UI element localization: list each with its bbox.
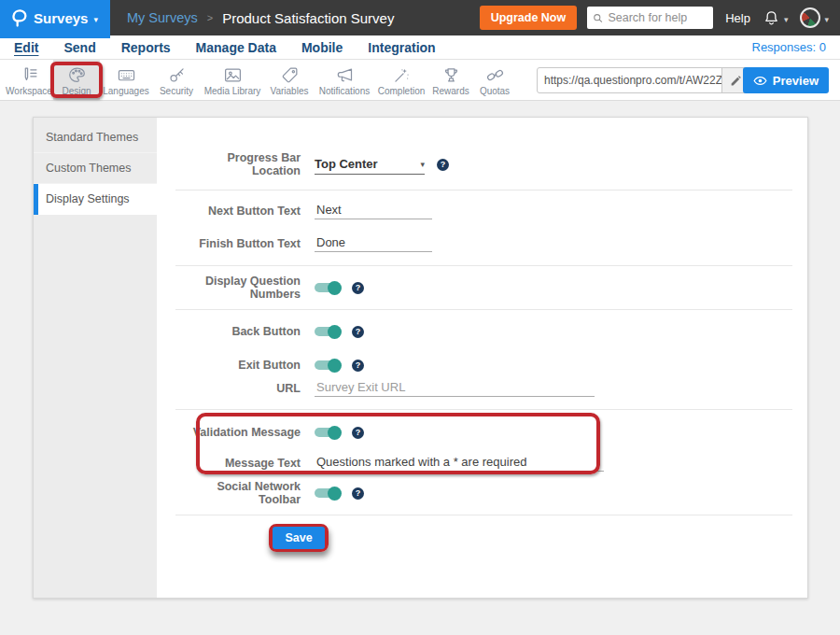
- toolbar-item-security[interactable]: Security: [152, 60, 201, 100]
- field-social-network-toolbar: Social Network Toolbar: [175, 481, 792, 505]
- breadcrumb: My Surveys > Product Satisfaction Survey: [127, 10, 394, 26]
- keyboard-icon: [117, 65, 136, 85]
- toolbar-item-label: Security: [160, 86, 193, 96]
- toolbar-item-notifications[interactable]: Notifications: [315, 60, 374, 100]
- tab-reports[interactable]: Reports: [121, 40, 171, 55]
- help-icon[interactable]: [352, 487, 364, 500]
- pencil-icon: [730, 75, 742, 87]
- image-icon: [223, 65, 243, 85]
- search-icon: [593, 12, 603, 24]
- help-search[interactable]: [587, 7, 713, 29]
- section-divider: [175, 309, 792, 310]
- field-label: URL: [175, 382, 301, 395]
- chevron-down-icon: [93, 9, 98, 26]
- breadcrumb-parent-link[interactable]: My Surveys: [127, 10, 198, 25]
- design-sidebar: Standard Themes Custom Themes Display Se…: [34, 118, 157, 598]
- field-exit-button: Exit Button: [175, 353, 792, 377]
- toolbar-item-rewards[interactable]: Rewards: [428, 60, 473, 100]
- finish-button-text-input[interactable]: Done: [315, 235, 432, 252]
- upgrade-now-button[interactable]: Upgrade Now: [480, 6, 578, 30]
- validation-message-toggle[interactable]: [315, 428, 340, 437]
- notifications-menu[interactable]: [763, 9, 789, 27]
- help-icon[interactable]: [352, 360, 364, 372]
- next-button-text-input[interactable]: Next: [315, 203, 432, 219]
- main-area: Standard Themes Custom Themes Display Se…: [0, 117, 840, 635]
- tab-send[interactable]: Send: [63, 40, 95, 55]
- toolbar-item-label: Quotas: [480, 86, 510, 96]
- toolbar-item-media-library[interactable]: Media Library: [201, 60, 264, 100]
- toolbar-item-label: Notifications: [319, 86, 370, 96]
- toolbar-item-design[interactable]: Design: [53, 60, 100, 100]
- palette-icon: [67, 65, 87, 85]
- workspace-icon: [20, 65, 39, 85]
- toolbar-item-languages[interactable]: Languages: [100, 60, 152, 100]
- chevron-down-icon: [824, 9, 829, 26]
- page-title: Product Satisfaction Survey: [222, 10, 394, 26]
- field-finish-button-text: Finish Button Text Done: [175, 232, 792, 256]
- survey-url-group: https://qa.questionpro.com/t/AW22Zcq2J: [537, 67, 749, 93]
- field-label: Message Text: [175, 457, 301, 470]
- help-icon[interactable]: [352, 427, 364, 439]
- survey-nav: Edit Send Reports Manage Data Mobile Int…: [0, 35, 840, 60]
- save-button[interactable]: Save: [273, 527, 324, 549]
- exit-button-toggle[interactable]: [315, 360, 340, 370]
- eye-icon: [753, 76, 767, 86]
- top-header: Surveys My Surveys > Product Satisfactio…: [0, 0, 840, 35]
- brand-menu[interactable]: Surveys: [0, 0, 110, 35]
- toolbar-item-variables[interactable]: Variables: [264, 60, 315, 100]
- brand-accent-strip: [0, 35, 110, 38]
- toolbar-item-label: Media Library: [204, 86, 261, 96]
- toolbar-item-workspace[interactable]: Workspace: [5, 60, 53, 100]
- help-icon[interactable]: [437, 159, 449, 171]
- survey-url[interactable]: https://qa.questionpro.com/t/AW22Zcq2J: [538, 68, 721, 92]
- help-icon[interactable]: [352, 282, 364, 294]
- field-label: Finish Button Text: [175, 237, 301, 250]
- display-question-numbers-toggle[interactable]: [315, 283, 340, 292]
- section-divider: [175, 409, 792, 410]
- sidebar-item-standard-themes[interactable]: Standard Themes: [34, 122, 157, 153]
- tab-manage-data[interactable]: Manage Data: [196, 40, 276, 55]
- search-input[interactable]: [608, 11, 707, 24]
- brand-label: Surveys: [34, 10, 88, 26]
- field-label: Next Button Text: [175, 205, 301, 218]
- tab-integration[interactable]: Integration: [368, 40, 435, 55]
- social-network-toolbar-toggle[interactable]: [315, 488, 340, 498]
- responses-count[interactable]: Responses: 0: [752, 40, 827, 54]
- field-back-button: Back Button: [175, 319, 792, 344]
- field-label: Exit Button: [175, 359, 301, 372]
- key-icon: [167, 65, 187, 85]
- field-progress-bar-location: Progress Bar Location Top Center: [175, 152, 792, 176]
- tab-edit[interactable]: Edit: [14, 40, 38, 55]
- annotation-highlight-save: Save: [269, 524, 329, 552]
- questionpro-logo-icon: [12, 8, 28, 27]
- sidebar-item-custom-themes[interactable]: Custom Themes: [34, 153, 157, 184]
- field-label: Progress Bar Location: [175, 151, 301, 177]
- field-display-question-numbers: Display Question Numbers: [175, 275, 792, 300]
- field-label: Validation Message: [175, 426, 301, 439]
- content-card: Standard Themes Custom Themes Display Se…: [33, 117, 808, 599]
- account-menu[interactable]: [800, 7, 829, 28]
- preview-button[interactable]: Preview: [743, 67, 829, 93]
- bell-icon: [763, 9, 780, 27]
- section-divider: [175, 190, 792, 190]
- help-icon[interactable]: [352, 326, 364, 338]
- trophy-icon: [441, 65, 461, 85]
- toolbar-item-completion[interactable]: Completion: [374, 60, 428, 100]
- selected-value: Top Center: [315, 157, 378, 171]
- progress-bar-location-select[interactable]: Top Center: [315, 154, 425, 175]
- sidebar-item-display-settings[interactable]: Display Settings: [34, 184, 157, 215]
- field-label: Back Button: [175, 325, 301, 338]
- tab-mobile[interactable]: Mobile: [301, 40, 343, 55]
- section-divider: [175, 515, 792, 515]
- back-button-toggle[interactable]: [315, 327, 340, 336]
- megaphone-icon: [335, 65, 355, 85]
- exit-url-input[interactable]: Survey Exit URL: [315, 380, 595, 397]
- toolbar-item-label: Rewards: [432, 86, 469, 96]
- toolbar-item-quotas[interactable]: Quotas: [473, 60, 516, 100]
- breadcrumb-separator: >: [207, 12, 213, 23]
- help-link[interactable]: Help: [725, 11, 750, 25]
- toolbar-item-label: Completion: [378, 86, 426, 96]
- field-validation-message: Validation Message: [175, 420, 792, 444]
- field-message-text: Message Text Questions marked with a * a…: [175, 451, 792, 475]
- message-text-input[interactable]: Questions marked with a * are required: [315, 455, 604, 472]
